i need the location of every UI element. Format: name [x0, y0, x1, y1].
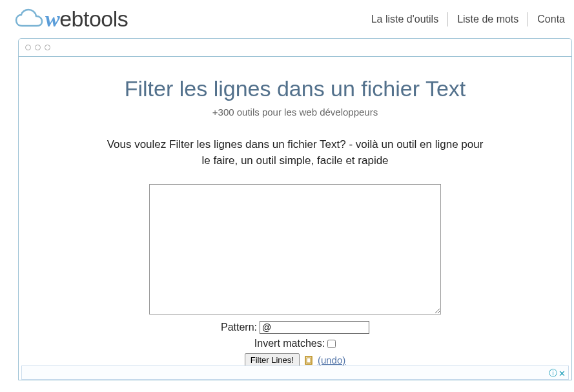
svg-rect-1 — [307, 358, 311, 363]
nav-words-list[interactable]: Liste de mots — [448, 12, 528, 26]
invert-checkbox[interactable] — [327, 340, 336, 348]
tool-window: Filter les lignes dans un fichier Text +… — [18, 38, 572, 380]
window-dot-icon — [35, 45, 41, 50]
invert-label: Invert matches: — [254, 338, 325, 349]
page-subtitle: +300 outils pour les web développeurs — [45, 107, 546, 118]
input-textarea[interactable] — [149, 184, 441, 315]
logo[interactable]: webtools — [14, 6, 128, 32]
ad-close-icon[interactable]: ✕ — [559, 369, 566, 378]
ad-info-icon[interactable]: ⓘ — [549, 367, 557, 379]
logo-text: webtools — [45, 6, 128, 32]
nav-contact[interactable]: Conta — [528, 12, 574, 26]
cloud-icon — [14, 8, 44, 31]
page-title: Filter les lignes dans un fichier Text — [45, 76, 546, 101]
clipboard-icon[interactable] — [303, 355, 314, 366]
window-titlebar — [19, 39, 571, 57]
top-nav: La liste d'outils Liste de mots Conta — [362, 12, 574, 26]
nav-tools-list[interactable]: La liste d'outils — [362, 12, 447, 26]
undo-link[interactable]: (undo) — [318, 355, 345, 366]
ad-banner: ⓘ ✕ — [21, 366, 569, 380]
pattern-input[interactable] — [260, 321, 369, 334]
pattern-label: Pattern: — [221, 322, 257, 333]
window-dot-icon — [25, 45, 31, 50]
page-description: Vous voulez Filter les lignes dans un fi… — [101, 137, 489, 169]
window-dot-icon — [45, 45, 50, 50]
